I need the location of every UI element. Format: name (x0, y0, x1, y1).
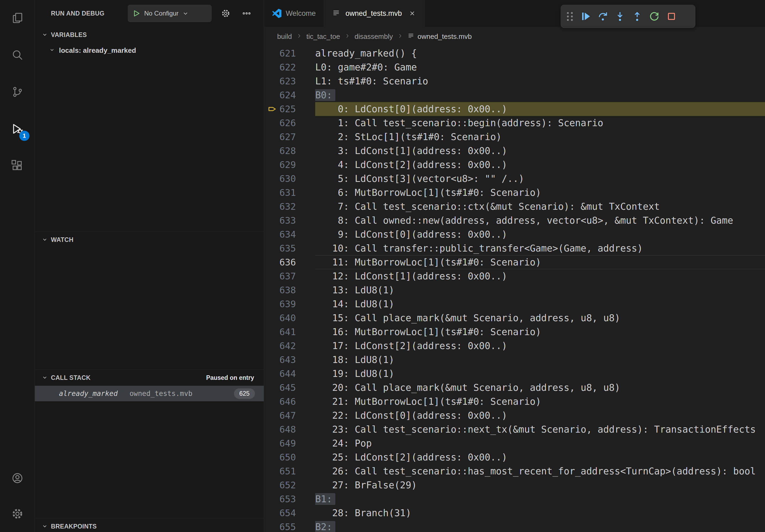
code-line-634[interactable]: 634 9: LdConst[0](address: 0x00..) (264, 227, 765, 241)
code-line-text[interactable]: 11: MutBorrowLoc[1](ts#1#0: Scenario) (315, 255, 765, 269)
debug-settings-gear-icon[interactable] (219, 7, 232, 20)
gutter-line-644[interactable]: 644 (264, 367, 315, 381)
launch-config-dropdown[interactable]: No Configur (128, 5, 212, 22)
code-line-645[interactable]: 645 20: Call place_mark(&mut Scenario, a… (264, 381, 765, 395)
gutter-line-650[interactable]: 650 (264, 450, 315, 464)
code-line-627[interactable]: 627 2: StLoc[1](ts#1#0: Scenario) (264, 130, 765, 144)
continue-button[interactable] (577, 8, 594, 25)
code-line-644[interactable]: 644 19: LdU8(1) (264, 367, 765, 381)
code-line-653[interactable]: 653B1: (264, 492, 765, 506)
gutter-line-645[interactable]: 645 (264, 381, 315, 395)
code-line-text[interactable]: 27: BrFalse(29) (315, 478, 765, 492)
gutter-line-637[interactable]: 637 (264, 269, 315, 283)
activity-item-source-control[interactable] (0, 74, 35, 111)
code-line-650[interactable]: 650 25: LdConst[2](address: 0x00..) (264, 450, 765, 464)
code-line-631[interactable]: 631 6: MutBorrowLoc[1](ts#1#0: Scenario) (264, 186, 765, 199)
code-line-text[interactable]: 18: LdU8(1) (315, 353, 765, 367)
code-line-643[interactable]: 643 18: LdU8(1) (264, 353, 765, 367)
gutter-line-646[interactable]: 646 (264, 395, 315, 408)
gutter-line-636[interactable]: 636 (264, 255, 315, 269)
code-line-text[interactable]: 5: LdConst[3](vector<u8>: "" /..) (315, 172, 765, 186)
activity-item-settings[interactable] (0, 496, 35, 532)
code-line-text[interactable]: L1: ts#1#0: Scenario (315, 74, 765, 88)
gutter-line-642[interactable]: 642 (264, 339, 315, 353)
gutter-line-635[interactable]: 635 (264, 241, 315, 255)
code-line-text[interactable]: 8: Call owned::new(address, address, vec… (315, 213, 765, 227)
gutter-line-641[interactable]: 641 (264, 325, 315, 339)
code-line-649[interactable]: 649 24: Pop (264, 436, 765, 450)
code-line-647[interactable]: 647 22: LdConst[0](address: 0x00..) (264, 408, 765, 422)
code-line-text[interactable]: 21: MutBorrowLoc[1](ts#1#0: Scenario) (315, 395, 765, 408)
code-line-text[interactable]: 10: Call transfer::public_transfer<Game>… (315, 241, 765, 255)
gutter-line-622[interactable]: 622 (264, 60, 315, 74)
gutter-line-631[interactable]: 631 (264, 186, 315, 199)
code-line-646[interactable]: 646 21: MutBorrowLoc[1](ts#1#0: Scenario… (264, 395, 765, 408)
code-line-633[interactable]: 633 8: Call owned::new(address, address,… (264, 213, 765, 227)
gutter-line-627[interactable]: 627 (264, 130, 315, 144)
code-line-625[interactable]: 625 0: LdConst[0](address: 0x00..) (264, 102, 765, 116)
toolbar-gripper-icon[interactable] (567, 12, 573, 21)
gutter-line-638[interactable]: 638 (264, 283, 315, 297)
gutter-line-647[interactable]: 647 (264, 408, 315, 422)
gutter-line-634[interactable]: 634 (264, 227, 315, 241)
code-line-text[interactable]: 20: Call place_mark(&mut Scenario, addre… (315, 381, 765, 395)
code-line-text[interactable]: 19: LdU8(1) (315, 367, 765, 381)
code-line-629[interactable]: 629 4: LdConst[2](address: 0x00..) (264, 158, 765, 172)
tab-welcome[interactable]: Welcome (264, 0, 324, 27)
code-line-text[interactable]: 15: Call place_mark(&mut Scenario, addre… (315, 311, 765, 325)
step-into-button[interactable] (611, 8, 629, 25)
gutter-line-648[interactable]: 648 (264, 422, 315, 436)
code-line-632[interactable]: 632 7: Call test_scenario::ctx(&mut Scen… (264, 199, 765, 213)
code-line-638[interactable]: 638 13: LdU8(1) (264, 283, 765, 297)
code-line-text[interactable]: 4: LdConst[2](address: 0x00..) (315, 158, 765, 172)
gutter-line-640[interactable]: 640 (264, 311, 315, 325)
gutter-line-624[interactable]: 624 (264, 88, 315, 102)
gutter-line-625[interactable]: 625 (264, 102, 315, 116)
code-line-624[interactable]: 624B0: (264, 88, 765, 102)
gutter-line-629[interactable]: 629 (264, 158, 315, 172)
code-line-652[interactable]: 652 27: BrFalse(29) (264, 478, 765, 492)
activity-item-search[interactable] (0, 37, 35, 74)
breadcrumb-item-tic-tac-toe[interactable]: tic_tac_toe (307, 32, 340, 41)
activity-item-account[interactable] (0, 461, 35, 496)
code-line-655[interactable]: 655B2: (264, 520, 765, 532)
code-line-623[interactable]: 623L1: ts#1#0: Scenario (264, 74, 765, 88)
code-line-641[interactable]: 641 16: MutBorrowLoc[1](ts#1#0: Scenario… (264, 325, 765, 339)
code-line-text[interactable]: 0: LdConst[0](address: 0x00..) (315, 102, 765, 116)
gutter-line-639[interactable]: 639 (264, 297, 315, 311)
code-line-text[interactable]: 6: MutBorrowLoc[1](ts#1#0: Scenario) (315, 186, 765, 199)
gutter-line-652[interactable]: 652 (264, 478, 315, 492)
breadcrumb-item-file[interactable]: owned_tests.mvb (407, 32, 472, 41)
code-line-text[interactable]: 12: LdConst[1](address: 0x00..) (315, 269, 765, 283)
activity-item-extensions[interactable] (0, 148, 35, 185)
code-line-text[interactable]: B0: (315, 88, 765, 102)
gutter-line-655[interactable]: 655 (264, 520, 315, 532)
code-line-630[interactable]: 630 5: LdConst[3](vector<u8>: "" /..) (264, 172, 765, 186)
tab-owned-tests-mvb[interactable]: owned_tests.mvb (324, 0, 424, 27)
code-line-text[interactable]: 7: Call test_scenario::ctx(&mut Scenario… (315, 199, 765, 213)
code-line-text[interactable]: B2: (315, 520, 765, 532)
start-debug-icon[interactable] (132, 9, 141, 17)
code-line-text[interactable]: 26: Call test_scenario::has_most_recent_… (315, 464, 765, 478)
gutter-line-621[interactable]: 621 (264, 46, 315, 60)
gutter-line-628[interactable]: 628 (264, 144, 315, 158)
code-line-text[interactable]: 23: Call test_scenario::next_tx(&mut Sce… (315, 422, 765, 436)
gutter-line-623[interactable]: 623 (264, 74, 315, 88)
stop-button[interactable] (663, 8, 680, 25)
breakpoints-section-header[interactable]: BREAKPOINTS (35, 518, 264, 532)
code-line-628[interactable]: 628 3: LdConst[1](address: 0x00..) (264, 144, 765, 158)
code-line-626[interactable]: 626 1: Call test_scenario::begin(address… (264, 116, 765, 130)
code-line-622[interactable]: 622L0: game#2#0: Game (264, 60, 765, 74)
gutter-line-643[interactable]: 643 (264, 353, 315, 367)
step-over-button[interactable] (594, 8, 611, 25)
code-line-text[interactable]: 9: LdConst[0](address: 0x00..) (315, 227, 765, 241)
code-line-text[interactable]: 3: LdConst[1](address: 0x00..) (315, 144, 765, 158)
code-line-text[interactable]: 16: MutBorrowLoc[1](ts#1#0: Scenario) (315, 325, 765, 339)
code-line-654[interactable]: 654 28: Branch(31) (264, 506, 765, 520)
code-line-text[interactable]: B1: (315, 492, 765, 506)
code-line-648[interactable]: 648 23: Call test_scenario::next_tx(&mut… (264, 422, 765, 436)
code-line-text[interactable]: 22: LdConst[0](address: 0x00..) (315, 408, 765, 422)
more-actions-icon[interactable] (240, 7, 253, 20)
gutter-line-654[interactable]: 654 (264, 506, 315, 520)
breadcrumb-item-build[interactable]: build (277, 32, 292, 41)
